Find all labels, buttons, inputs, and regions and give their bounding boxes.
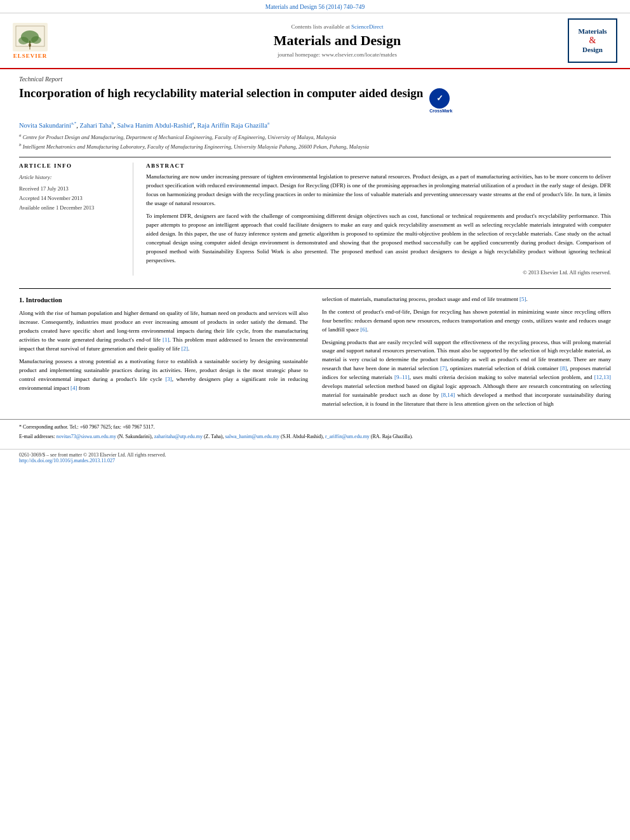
accepted-date: Accepted 14 November 2013 — [19, 195, 83, 201]
body-left-column: 1. Introduction Along with the rise of h… — [19, 295, 308, 413]
affiliation-b: b Intelligent Mechatronics and Manufactu… — [19, 142, 611, 151]
svg-point-6 — [29, 44, 31, 46]
copyright-line: © 2013 Elsevier Ltd. All rights reserved… — [146, 269, 611, 276]
footnote-corresponding: * Corresponding author. Tel.: +60 7967 7… — [19, 423, 611, 432]
journal-title-section: Contents lists available at ScienceDirec… — [114, 23, 560, 58]
logo-title-line3: Design — [582, 46, 603, 54]
elsevier-tree-icon — [13, 23, 48, 51]
journal-homepage: journal homepage: www.elsevier.com/locat… — [114, 51, 560, 58]
doi-link[interactable]: http://dx.doi.org/10.1016/j.matdes.2013.… — [19, 458, 115, 463]
body-col2-p1: selection of materials, manufacturing pr… — [322, 295, 611, 304]
affiliation-a: a Centre for Product Design and Manufact… — [19, 132, 611, 142]
logo-title-line1: Materials — [578, 27, 607, 36]
journal-citation-bar: Materials and Design 56 (2014) 740–749 — [0, 0, 630, 13]
journal-title: Materials and Design — [114, 32, 560, 49]
email-ghazilla[interactable]: r_ariffin@um.edu.my — [325, 434, 370, 439]
body-right-column: selection of materials, manufacturing pr… — [322, 295, 611, 413]
abstract-paragraph-1: Manufacturing are now under increasing p… — [146, 173, 611, 208]
article-info-column: ARTICLE INFO Article history: Received 1… — [19, 163, 133, 275]
article-title-text: Incorporation of high recyclability mate… — [19, 86, 423, 101]
article-container: Technical Report Incorporation of high r… — [0, 69, 630, 282]
email-taha[interactable]: zaharitaha@utp.edu.my — [154, 434, 203, 439]
email-abdulrashid[interactable]: salwa_hanim@um.edu.my — [225, 434, 279, 439]
sciencedirect-link[interactable]: ScienceDirect — [351, 23, 383, 30]
email-sakundarini[interactable]: novitas73@siswa.um.edu.my — [57, 434, 116, 439]
history-label: Article history: — [19, 173, 125, 182]
article-info-abstract-section: ARTICLE INFO Article history: Received 1… — [19, 157, 611, 275]
crossmark-badge: ✓ CrossMark — [429, 88, 452, 114]
svg-point-4 — [18, 37, 29, 44]
logo-ampersand: & — [589, 36, 596, 46]
elsevier-logo: ELSEVIER — [13, 23, 48, 59]
doi-line: http://dx.doi.org/10.1016/j.matdes.2013.… — [19, 458, 611, 463]
article-type: Technical Report — [19, 76, 611, 83]
elsevier-wordmark: ELSEVIER — [13, 53, 48, 59]
abstract-column: ABSTRACT Manufacturing are now under inc… — [146, 163, 611, 275]
journal-logo-box: Materials & Design — [568, 18, 617, 63]
journal-header: ELSEVIER Contents lists available at Sci… — [0, 13, 630, 69]
sciencedirect-line: Contents lists available at ScienceDirec… — [114, 23, 560, 30]
received-date: Received 17 July 2013 — [19, 185, 69, 192]
svg-point-5 — [31, 36, 41, 44]
crossmark-icon: ✓ — [429, 88, 450, 109]
authors-line: Novita Sakundarinia,*, Zahari Tahab, Sal… — [19, 121, 611, 129]
abstract-paragraph-2: To implement DFR, designers are faced wi… — [146, 212, 611, 265]
abstract-text: Manufacturing are now under increasing p… — [146, 173, 611, 265]
body-columns: 1. Introduction Along with the rise of h… — [0, 295, 630, 419]
section-1-title: 1. Introduction — [19, 295, 308, 305]
body-col2-p2: In the context of product's end-of-life,… — [322, 308, 611, 335]
footnote-area: * Corresponding author. Tel.: +60 7967 7… — [0, 419, 630, 446]
article-info-heading: ARTICLE INFO — [19, 163, 125, 169]
email-label: E-mail addresses: — [19, 434, 55, 439]
body-col2-p3: Designing products that are easily recyc… — [322, 338, 611, 410]
journal-citation-text: Materials and Design 56 (2014) 740–749 — [265, 4, 365, 10]
abstract-heading: ABSTRACT — [146, 163, 611, 169]
available-date: Available online 1 December 2013 — [19, 204, 94, 211]
section-divider — [19, 288, 611, 289]
article-history: Article history: Received 17 July 2013 A… — [19, 173, 125, 213]
journal-logo-right: Materials & Design — [560, 18, 617, 63]
body-col1-p2: Manufacturing possess a strong potential… — [19, 357, 308, 393]
bottom-bar: 0261-3069/$ – see front matter © 2013 El… — [0, 449, 630, 466]
elsevier-branding: ELSEVIER — [13, 23, 114, 59]
body-col1-p1: Along with the rise of human population … — [19, 309, 308, 354]
footnote-emails: E-mail addresses: novitas73@siswa.um.edu… — [19, 433, 611, 441]
article-title-block: Incorporation of high recyclability mate… — [19, 86, 540, 114]
issn-line: 0261-3069/$ – see front matter © 2013 El… — [19, 452, 611, 458]
affiliations-block: a Centre for Product Design and Manufact… — [19, 132, 611, 150]
